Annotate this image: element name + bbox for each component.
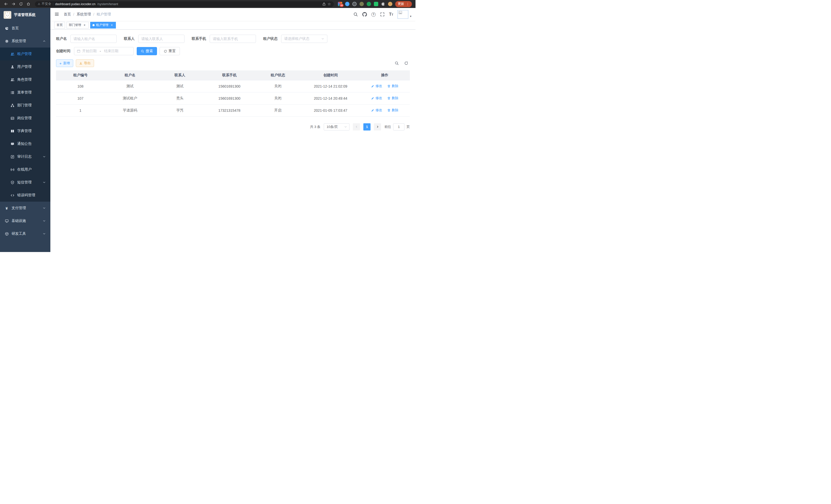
sidebar-item-tenant[interactable]: 租户管理 bbox=[0, 48, 50, 60]
app-frame: 芋道管理系统 首页 系统管理 bbox=[0, 8, 416, 252]
table-header: 租户编号 租户名 联系人 联系手机 租户状态 创建时间 操作 bbox=[56, 70, 410, 80]
delete-link[interactable]: 删除 bbox=[387, 108, 398, 113]
page-number-1[interactable]: 1 bbox=[363, 123, 371, 130]
add-button[interactable]: + 新增 bbox=[56, 59, 73, 67]
sidebar-item-online-users[interactable]: 在线用户 bbox=[0, 163, 50, 176]
sidebar-item-home[interactable]: 首页 bbox=[0, 22, 50, 35]
extension-icon-green-circle[interactable] bbox=[367, 2, 371, 6]
sidebar-item-infrastructure[interactable]: 基础设施 bbox=[0, 214, 50, 227]
reset-button[interactable]: 重置 bbox=[160, 47, 180, 55]
pencil-icon bbox=[371, 85, 374, 88]
sidebar-item-menu[interactable]: 菜单管理 bbox=[0, 86, 50, 99]
sidebar-item-system[interactable]: 系统管理 bbox=[0, 35, 50, 48]
download-icon bbox=[79, 62, 83, 65]
user-avatar[interactable] bbox=[398, 10, 408, 19]
col-actions: 操作 bbox=[360, 70, 410, 80]
date-start-placeholder[interactable]: 开始日期 bbox=[82, 49, 96, 53]
tab-tenant[interactable]: 租户管理 × bbox=[90, 22, 116, 29]
search-button[interactable]: 搜索 bbox=[137, 47, 157, 55]
tags-view: 首页 部门管理 × 租户管理 × bbox=[50, 21, 416, 30]
date-end-placeholder[interactable]: 结束日期 bbox=[104, 49, 118, 53]
site-security-indicator[interactable]: ⚠ 不安全 bbox=[38, 2, 51, 6]
cell-contact: 秃头 bbox=[155, 92, 205, 104]
edit-link[interactable]: 修改 bbox=[371, 108, 382, 113]
user-avatar-menu[interactable]: ▾ bbox=[398, 10, 411, 19]
browser-home-icon[interactable] bbox=[25, 1, 32, 7]
tab-home[interactable]: 首页 bbox=[54, 22, 65, 29]
user-icon bbox=[10, 65, 15, 69]
sidebar-item-notice[interactable]: 通知公告 bbox=[0, 138, 50, 150]
cell-tenant-id: 1 bbox=[56, 104, 105, 116]
edit-link[interactable]: 修改 bbox=[371, 96, 382, 100]
app-logo[interactable]: 芋道管理系统 bbox=[0, 8, 50, 22]
tenant-name-input[interactable] bbox=[70, 35, 117, 43]
date-separator: - bbox=[100, 49, 101, 53]
field-status: 租户状态 请选择租户状态 bbox=[263, 35, 327, 43]
help-icon[interactable]: ? bbox=[371, 12, 376, 17]
sidebar-item-sms[interactable]: 短信管理 bbox=[0, 176, 50, 189]
page-size-select[interactable]: 10条/页 bbox=[324, 123, 349, 130]
extension-icon-blue[interactable] bbox=[345, 2, 349, 6]
toggle-search-icon[interactable] bbox=[395, 61, 399, 65]
sidebar-item-dict[interactable]: 字典管理 bbox=[0, 125, 50, 138]
breadcrumb-separator: / bbox=[73, 12, 74, 17]
next-page-button[interactable] bbox=[374, 123, 381, 130]
caret-down-icon[interactable]: ▾ bbox=[410, 15, 411, 19]
browser-back-icon[interactable] bbox=[3, 1, 9, 7]
browser-reload-icon[interactable] bbox=[18, 1, 24, 7]
sidebar-item-dept[interactable]: 部门管理 bbox=[0, 99, 50, 112]
extensions-puzzle-icon[interactable] bbox=[381, 2, 385, 6]
col-tenant-id: 租户编号 bbox=[56, 70, 105, 80]
breadcrumb-home[interactable]: 首页 bbox=[64, 12, 71, 17]
header-search-icon[interactable] bbox=[353, 12, 358, 17]
browser-profile-avatar[interactable] bbox=[388, 2, 392, 6]
font-size-icon[interactable]: TT bbox=[389, 12, 393, 17]
export-button[interactable]: 导出 bbox=[76, 59, 94, 67]
cell-status: 关闭 bbox=[254, 92, 302, 104]
delete-link[interactable]: 删除 bbox=[387, 84, 398, 88]
sidebar-item-role[interactable]: 角色管理 bbox=[0, 73, 50, 86]
prev-page-button[interactable] bbox=[353, 123, 360, 130]
browser-menu-kebab-icon[interactable]: ⋮ bbox=[406, 3, 409, 6]
status-select[interactable]: 请选择租户状态 bbox=[281, 35, 327, 43]
breadcrumb-system[interactable]: 系统管理 bbox=[77, 12, 91, 17]
close-icon[interactable]: × bbox=[110, 23, 114, 27]
jumper-input[interactable] bbox=[393, 123, 404, 130]
sidebar-item-devtools[interactable]: 研发工具 bbox=[0, 227, 50, 240]
share-icon[interactable] bbox=[322, 2, 326, 6]
contact-input[interactable] bbox=[138, 35, 184, 43]
fullscreen-icon[interactable] bbox=[380, 12, 385, 17]
trash-icon bbox=[387, 109, 391, 112]
cell-tenant-name: 测试租户 bbox=[105, 92, 155, 104]
github-icon[interactable] bbox=[362, 12, 367, 17]
extension-icon-colorful[interactable]: 10 bbox=[338, 2, 342, 6]
delete-link[interactable]: 删除 bbox=[387, 96, 398, 100]
sidebar-toggle-icon[interactable] bbox=[55, 12, 60, 17]
table-toolbar: + 新增 导出 bbox=[56, 59, 410, 67]
extension-icon-olive[interactable] bbox=[360, 2, 364, 6]
refresh-table-icon[interactable] bbox=[404, 61, 408, 65]
edit-link[interactable]: 修改 bbox=[371, 84, 382, 88]
sidebar-item-error-code[interactable]: 错误码管理 bbox=[0, 189, 50, 202]
browser-update-button[interactable]: 更新 ⋮ bbox=[395, 1, 412, 7]
chevron-down-icon bbox=[42, 207, 46, 210]
sidebar-item-payment[interactable]: ¥ 支付管理 bbox=[0, 202, 50, 214]
tab-dept[interactable]: 部门管理 × bbox=[66, 22, 89, 29]
address-bar[interactable]: ⚠ 不安全 dashboard.yudao.iocoder.cn /system… bbox=[35, 1, 334, 7]
sidebar-item-audit-log[interactable]: 审计日志 bbox=[0, 150, 50, 163]
pagination: 共 3 条 10条/页 1 前往 页 bbox=[56, 123, 410, 130]
extension-icon-green-square[interactable] bbox=[374, 2, 378, 6]
sidebar-item-user[interactable]: 用户管理 bbox=[0, 60, 50, 73]
chevron-down-icon bbox=[42, 232, 46, 235]
date-range-picker[interactable]: 开始日期 - 结束日期 bbox=[74, 47, 134, 55]
extension-icon-dark-ring[interactable] bbox=[352, 2, 357, 6]
cell-tenant-id: 107 bbox=[56, 92, 105, 104]
close-icon[interactable]: × bbox=[83, 23, 86, 27]
sidebar-item-post[interactable]: 岗位管理 bbox=[0, 112, 50, 125]
bookmark-star-icon[interactable]: ☆ bbox=[327, 2, 331, 6]
table-row: 108 测试 测试 15601691300 关闭 2021-12-14 21:0… bbox=[56, 80, 410, 92]
browser-forward-icon[interactable] bbox=[10, 1, 17, 7]
sidebar-menu: 首页 系统管理 租户管理 用户管理 bbox=[0, 22, 50, 252]
mobile-input[interactable] bbox=[210, 35, 256, 43]
active-tab-dot bbox=[92, 24, 94, 26]
